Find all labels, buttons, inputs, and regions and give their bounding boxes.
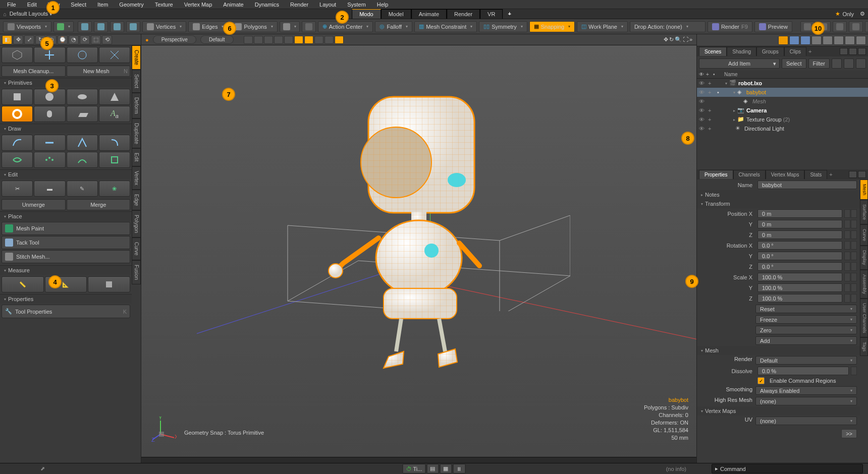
properties-header[interactable]: Properties — [0, 294, 132, 304]
vtab-curve[interactable]: Curve — [132, 238, 141, 260]
vp-opt-2[interactable] — [254, 36, 263, 44]
layout-preset[interactable] — [53, 21, 74, 32]
vtab-fusion[interactable]: Fusion — [132, 260, 141, 284]
timeline-button[interactable]: ⏱Ti... — [403, 464, 426, 473]
ptab-properties[interactable]: Properties — [699, 170, 733, 179]
position-x-input[interactable] — [762, 211, 838, 217]
tool-mode-c[interactable]: ◔ — [69, 35, 79, 44]
vp-zoom-icon[interactable]: 🔍 — [675, 36, 682, 43]
prim-torus[interactable] — [2, 106, 33, 122]
scenes-opt-2[interactable] — [844, 58, 854, 69]
tab-model[interactable]: Model — [381, 9, 411, 19]
hires-dropdown[interactable]: (none) — [755, 397, 857, 405]
merge-button[interactable]: Merge — [67, 199, 131, 210]
separator-btn[interactable] — [302, 21, 316, 32]
vp-opt-4[interactable] — [274, 36, 283, 44]
pvtab-mesh[interactable]: Mesh — [860, 180, 868, 200]
snapping-dropdown[interactable]: ▦Snapping — [529, 21, 575, 32]
drop-action-dropdown[interactable]: Drop Action: (none) — [630, 21, 706, 32]
menu-edit[interactable]: Edit — [22, 1, 42, 9]
edges-button[interactable]: Edges — [188, 21, 228, 32]
menu-render[interactable]: Render — [285, 1, 313, 9]
panel-gear[interactable] — [849, 48, 857, 55]
measure-ruler[interactable]: 📏 — [2, 276, 44, 292]
tab-animate[interactable]: Animate — [411, 9, 447, 19]
place-header[interactable]: Place — [0, 211, 132, 221]
prim-cone[interactable] — [99, 89, 130, 105]
vp-opt-9[interactable] — [324, 36, 334, 44]
pvtab-assembly[interactable]: Assembly — [860, 270, 868, 299]
transform-section[interactable]: Transform — [697, 199, 860, 208]
ptab-channels[interactable]: Channels — [733, 170, 766, 179]
tool-mode-b[interactable]: ⌚ — [58, 35, 68, 44]
vp-opt-8[interactable] — [314, 36, 323, 44]
draw-1[interactable] — [2, 135, 33, 151]
ecr-checkbox[interactable] — [757, 377, 765, 384]
reset-action[interactable]: Reset — [755, 305, 857, 313]
render-button[interactable]: Render F9 — [708, 21, 752, 32]
edit-2[interactable]: ▬ — [34, 181, 65, 197]
mesh-paint-button[interactable]: Mesh Paint — [2, 222, 130, 235]
tree-item-robot-lxo[interactable]: 👁+▾🎬robot.lxo — [697, 79, 868, 88]
draw-4[interactable] — [99, 135, 130, 151]
menu-texture[interactable]: Texture — [150, 1, 178, 9]
tab-groups[interactable]: Groups — [756, 47, 784, 56]
tack-tool-button[interactable]: Tack Tool — [2, 236, 130, 249]
prop-close[interactable] — [858, 171, 866, 178]
viewports-dropdown[interactable]: Viewports — [3, 21, 51, 32]
draw-8[interactable] — [99, 152, 130, 168]
menu-file[interactable]: File — [2, 1, 21, 9]
only-label[interactable]: Only — [842, 11, 854, 17]
vp-opt-6[interactable] — [294, 36, 303, 44]
vtab-polygon[interactable]: Polygon — [132, 210, 141, 238]
preset-4[interactable] — [811, 36, 822, 45]
scale-z-input[interactable] — [762, 295, 838, 302]
render-dropdown[interactable]: Default — [755, 356, 857, 365]
vp-opt-5[interactable] — [284, 36, 293, 44]
edit-4[interactable]: ❀ — [99, 181, 130, 197]
preview-button[interactable]: Preview — [754, 21, 792, 32]
menu-item[interactable]: Item — [92, 1, 113, 9]
preset-2[interactable] — [789, 36, 799, 45]
tree-item-directional-light[interactable]: 👁+☀Directional Light — [697, 124, 868, 133]
uv-dropdown[interactable]: (none) — [755, 417, 857, 425]
shading-dropdown[interactable]: Default — [200, 35, 234, 44]
scroll-more-button[interactable]: >> — [841, 429, 857, 438]
scenes-opt-3[interactable] — [856, 58, 866, 69]
tree-item-babybot[interactable]: 👁+•▾◈babybot — [697, 88, 868, 97]
draw-5[interactable] — [2, 152, 33, 168]
tool-transform-1[interactable] — [2, 47, 33, 63]
preset-6[interactable] — [834, 36, 844, 45]
bb-1[interactable]: ▤ — [426, 464, 439, 473]
pvtab-display[interactable]: Display — [860, 246, 868, 270]
tab-modo[interactable]: Modo — [352, 9, 381, 19]
tool-transform-3[interactable] — [67, 47, 98, 63]
scenes-opt-1[interactable] — [832, 58, 842, 69]
smoothing-dropdown[interactable]: Always Enabled — [755, 386, 857, 395]
vp-opt-10[interactable] — [335, 36, 344, 44]
vtab-edit[interactable]: Edit — [132, 148, 141, 166]
add-action[interactable]: Add — [755, 336, 857, 345]
layout-dropdown[interactable]: Default Layouts ▾ — [10, 11, 53, 17]
draw-3[interactable] — [67, 135, 98, 151]
mesh-constraint-dropdown[interactable]: ▥Mesh Constraint — [414, 21, 477, 32]
tree-item-camera[interactable]: 👁+▸📷Camera — [697, 106, 868, 115]
home-icon[interactable]: ⌂ — [3, 11, 7, 17]
vp-opt-1[interactable] — [244, 36, 253, 44]
edit-3[interactable]: ✎ — [67, 181, 98, 197]
tree-item-texture-group[interactable]: 👁+▸📁Texture Group (2) — [697, 115, 868, 124]
menu-vertexmap[interactable]: Vertex Map — [179, 1, 218, 9]
viewport-dot[interactable]: ● — [145, 37, 149, 43]
draw-6[interactable] — [34, 152, 65, 168]
tab-add[interactable]: + — [503, 9, 516, 19]
name-input[interactable] — [762, 182, 852, 188]
zero-action[interactable]: Zero — [755, 326, 857, 334]
tool-mode-cube[interactable]: ◧ — [2, 35, 12, 44]
tab-shading[interactable]: Shading — [727, 47, 756, 56]
vp-fit-icon[interactable]: ⛶ — [683, 36, 688, 43]
unmerge-button[interactable]: Unmerge — [2, 199, 66, 210]
preset-7[interactable] — [845, 36, 855, 45]
panel-expand[interactable] — [840, 48, 848, 55]
tool-properties-button[interactable]: 🔧Tool PropertiesK — [2, 305, 130, 318]
ptab-vertexmaps[interactable]: Vertex Maps — [766, 170, 805, 179]
